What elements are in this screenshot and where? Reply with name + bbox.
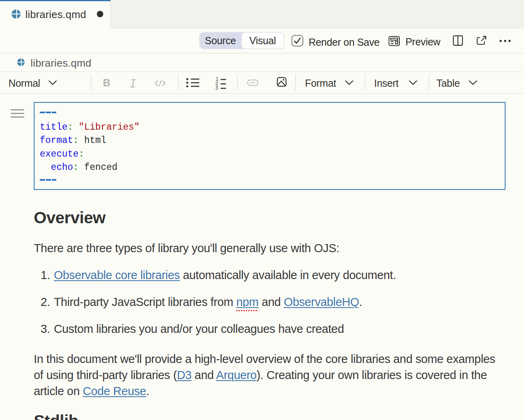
svg-text:3: 3 — [215, 85, 218, 90]
